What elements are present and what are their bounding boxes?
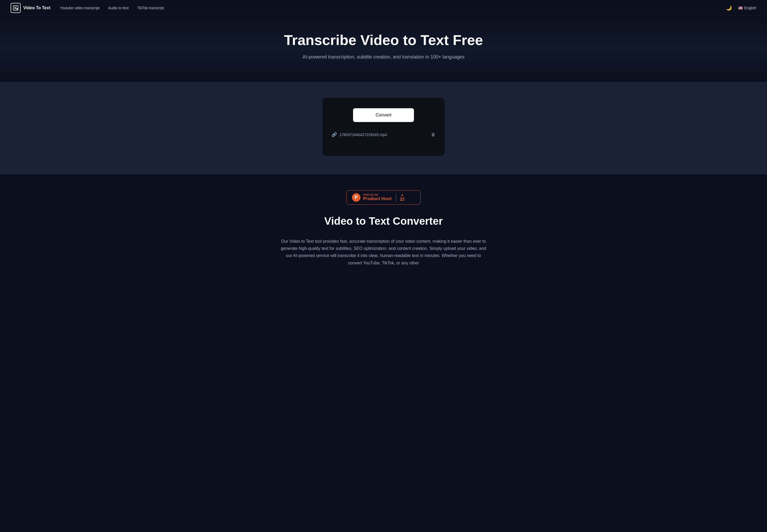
flag-icon: 🇺🇸 <box>738 6 743 10</box>
ph-vote-count: 22 <box>400 197 405 202</box>
ph-logo-icon: P <box>352 193 360 202</box>
hero-subtitle: AI-powered transcription, subtitle creat… <box>291 53 476 61</box>
upload-card: Convert 🔗 1760371640427229245.mp4 🗑 <box>322 98 445 156</box>
converter-section-description: Our Video to Text tool provides fast, ac… <box>280 238 487 267</box>
hero-title: Transcribe Video to Text Free <box>11 32 756 48</box>
ph-find-us-label: FIND US ON <box>363 193 392 196</box>
delete-file-icon[interactable]: 🗑 <box>431 132 436 137</box>
file-name-text: 1760371640427229245.mp4 <box>339 133 387 137</box>
nav-link-audio[interactable]: Audio to text <box>108 6 129 10</box>
ph-text-group: FIND US ON Product Hunt <box>363 193 392 201</box>
upload-section: Convert 🔗 1760371640427229245.mp4 🗑 <box>0 82 767 174</box>
ph-upvote-arrow-icon: ▲ <box>401 193 404 196</box>
nav-links: Youtube video transcript Audio to text T… <box>60 6 164 10</box>
nav-link-tiktok[interactable]: TikTok transcript <box>137 6 164 10</box>
hero-section: Transcribe Video to Text Free AI-powered… <box>0 16 767 82</box>
ph-vote-area: ▲ 22 <box>396 193 405 202</box>
navbar-left: Video To Text Youtube video transcript A… <box>11 3 164 13</box>
logo-icon <box>11 3 21 13</box>
file-info-row: 🔗 1760371640427229245.mp4 🗑 <box>330 130 437 139</box>
paperclip-icon: 🔗 <box>331 132 337 137</box>
file-name-area: 🔗 1760371640427229245.mp4 <box>331 132 387 137</box>
ph-left: P FIND US ON Product Hunt <box>352 193 392 202</box>
navbar: Video To Text Youtube video transcript A… <box>0 0 767 16</box>
dark-mode-button[interactable]: 🌙 <box>725 4 733 12</box>
convert-button[interactable]: Convert <box>353 108 414 122</box>
ph-brand-label: Product Hunt <box>363 196 392 201</box>
logo-title: Video To Text <box>23 6 50 10</box>
navbar-right: 🌙 🇺🇸 English <box>725 4 756 12</box>
converter-section-title: Video to Text Converter <box>324 215 443 227</box>
language-selector[interactable]: 🇺🇸 English <box>738 6 756 10</box>
middle-section: P FIND US ON Product Hunt ▲ 22 Video to … <box>0 174 767 280</box>
logo-area[interactable]: Video To Text <box>11 3 50 13</box>
product-hunt-badge[interactable]: P FIND US ON Product Hunt ▲ 22 <box>346 190 421 205</box>
moon-icon: 🌙 <box>726 5 732 11</box>
nav-link-youtube[interactable]: Youtube video transcript <box>60 6 100 10</box>
language-label: English <box>744 6 756 10</box>
